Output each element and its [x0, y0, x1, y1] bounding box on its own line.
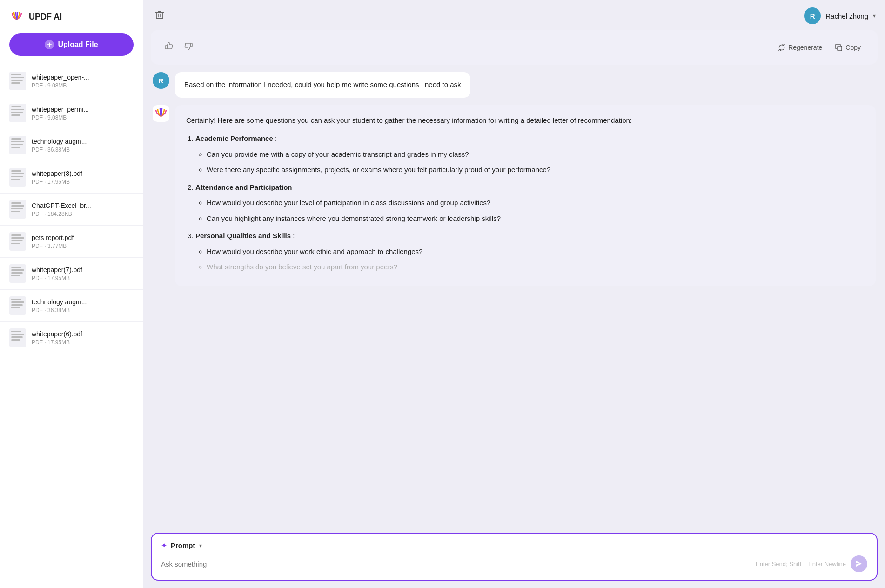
- file-name: technology augm...: [32, 138, 87, 145]
- user-message-avatar: R: [153, 72, 169, 89]
- chevron-down-icon: ▾: [873, 13, 876, 19]
- user-avatar: R: [804, 7, 821, 24]
- list-item: Can you highlight any instances where yo…: [207, 213, 865, 225]
- file-list-item[interactable]: pets report.pdf PDF · 3.77MB: [0, 226, 143, 258]
- list-item: Academic Performance : Can you provide m…: [195, 133, 865, 176]
- prompt-chevron-icon: ▾: [199, 542, 202, 549]
- file-size: PDF · 17.95MB: [32, 179, 82, 185]
- list-item: What strengths do you believe set you ap…: [207, 261, 865, 273]
- list-item: How would you describe your work ethic a…: [207, 246, 865, 258]
- sidebar: UPDF AI ＋ Upload File whitepaper_open-..…: [0, 0, 143, 588]
- file-size: PDF · 17.95MB: [32, 275, 82, 281]
- file-list-item[interactable]: whitepaper_permi... PDF · 9.08MB: [0, 97, 143, 129]
- file-icon: [9, 104, 26, 122]
- file-list-item[interactable]: ChatGPT-Excel_br... PDF · 184.28KB: [0, 194, 143, 226]
- file-size: PDF · 36.38MB: [32, 147, 87, 153]
- user-name: Rachel zhong: [825, 12, 868, 20]
- file-name: whitepaper(6).pdf: [32, 330, 82, 338]
- svg-rect-1: [156, 13, 163, 19]
- file-size: PDF · 9.08MB: [32, 82, 89, 89]
- svg-rect-5: [165, 46, 167, 49]
- app-logo: UPDF AI: [0, 9, 143, 33]
- file-icon: [9, 72, 26, 90]
- file-size: PDF · 3.77MB: [32, 243, 74, 249]
- file-name: whitepaper(7).pdf: [32, 266, 82, 274]
- user-message-row: R Based on the information I needed, cou…: [151, 72, 878, 98]
- svg-rect-6: [190, 43, 192, 47]
- thumbs-down-icon: [183, 41, 194, 51]
- list-item: Were there any specific assignments, pro…: [207, 164, 865, 176]
- file-name: whitepaper_open-...: [32, 74, 89, 81]
- file-size: PDF · 36.38MB: [32, 307, 87, 314]
- main-header: R Rachel zhong ▾: [151, 7, 878, 24]
- file-list-item[interactable]: whitepaper(6).pdf PDF · 17.95MB: [0, 322, 143, 354]
- file-list-item[interactable]: technology augm... PDF · 36.38MB: [0, 129, 143, 161]
- response-toolbar-card: Regenerate Copy: [151, 30, 878, 65]
- file-icon: [9, 136, 26, 154]
- send-icon: [855, 560, 863, 568]
- file-name: ChatGPT-Excel_br...: [32, 202, 91, 209]
- user-message-bubble: Based on the information I needed, could…: [175, 72, 470, 98]
- list-item: How would you describe your level of par…: [207, 197, 865, 209]
- file-size: PDF · 17.95MB: [32, 339, 82, 346]
- ai-message-content: Certainly! Here are some questions you c…: [175, 105, 876, 286]
- input-toolbar: ✦ Prompt ▾: [161, 541, 867, 550]
- file-icon: [9, 232, 26, 251]
- copy-button[interactable]: Copy: [830, 41, 866, 54]
- input-area: ✦ Prompt ▾ Enter Send; Shift + Enter New…: [151, 533, 878, 581]
- sparkle-icon: ✦: [161, 541, 167, 550]
- response-actions-right: Regenerate Copy: [772, 41, 866, 54]
- input-hint: Enter Send; Shift + Enter Newline: [756, 561, 846, 568]
- main-content: R Rachel zhong ▾: [143, 0, 885, 588]
- file-icon: [9, 296, 26, 315]
- file-name: technology augm...: [32, 298, 87, 306]
- thumbs-up-icon: [164, 41, 174, 51]
- file-list-item[interactable]: whitepaper(7).pdf PDF · 17.95MB: [0, 258, 143, 290]
- file-list-item[interactable]: whitepaper(8).pdf PDF · 17.95MB: [0, 161, 143, 194]
- copy-icon: [835, 44, 843, 51]
- send-button[interactable]: [851, 555, 867, 572]
- app-title: UPDF AI: [29, 12, 62, 22]
- file-name: whitepaper(8).pdf: [32, 170, 82, 177]
- updf-icon: [9, 9, 24, 24]
- thumbs-up-button[interactable]: [162, 39, 176, 55]
- file-list-item[interactable]: whitepaper_open-... PDF · 9.08MB: [0, 65, 143, 97]
- feedback-actions: [162, 39, 195, 55]
- response-toolbar: Regenerate Copy: [162, 39, 866, 55]
- user-menu[interactable]: R Rachel zhong ▾: [804, 7, 876, 24]
- file-icon: [9, 168, 26, 187]
- trash-icon: [154, 10, 165, 20]
- file-icon: [9, 328, 26, 347]
- upload-file-button[interactable]: ＋ Upload File: [9, 33, 134, 56]
- ai-intro-text: Certainly! Here are some questions you c…: [186, 114, 865, 127]
- file-size: PDF · 9.08MB: [32, 114, 89, 121]
- svg-rect-7: [838, 46, 842, 51]
- chat-area: Regenerate Copy R Based on the informati…: [151, 30, 878, 527]
- list-item: Attendance and Participation : How would…: [195, 181, 865, 225]
- thumbs-down-button[interactable]: [181, 39, 195, 55]
- file-icon: [9, 264, 26, 283]
- file-name: whitepaper_permi...: [32, 106, 89, 113]
- input-row: Enter Send; Shift + Enter Newline: [161, 555, 867, 572]
- file-icon: [9, 200, 26, 219]
- ai-message-avatar: [153, 105, 169, 122]
- file-list-item[interactable]: technology augm... PDF · 36.38MB: [0, 290, 143, 322]
- file-name: pets report.pdf: [32, 234, 74, 241]
- file-list: whitepaper_open-... PDF · 9.08MB whitepa…: [0, 65, 143, 588]
- delete-button[interactable]: [153, 8, 167, 24]
- ai-message-row: Certainly! Here are some questions you c…: [151, 105, 878, 286]
- list-item: Personal Qualities and Skills : How woul…: [195, 230, 865, 273]
- list-item: Can you provide me with a copy of your a…: [207, 148, 865, 160]
- prompt-label: Prompt: [171, 541, 195, 549]
- plus-icon: ＋: [45, 40, 54, 49]
- regenerate-button[interactable]: Regenerate: [772, 41, 828, 54]
- regenerate-icon: [778, 44, 785, 51]
- file-size: PDF · 184.28KB: [32, 211, 91, 217]
- ask-input[interactable]: [161, 560, 756, 568]
